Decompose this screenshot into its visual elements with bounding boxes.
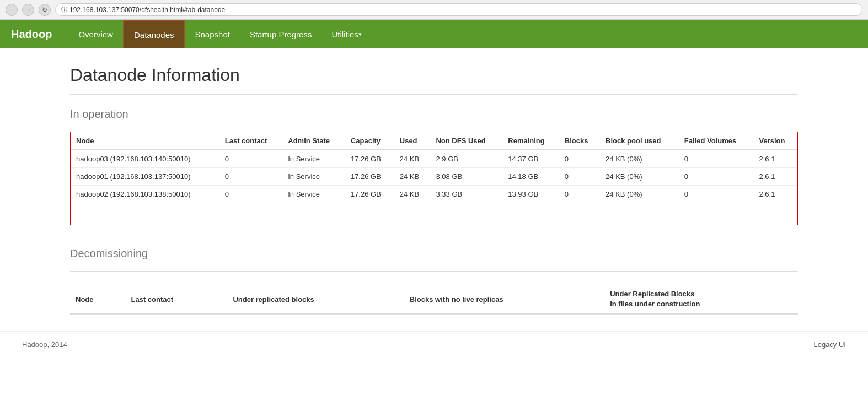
decomm-header: Node Last contact Under replicated block… [70, 285, 798, 314]
nav-snapshot[interactable]: Snapshot [185, 20, 240, 48]
decomm-divider [70, 271, 798, 272]
col-last-contact: Last contact [219, 132, 283, 150]
table-row: hadoop02 (192.168.103.138:50010)0In Serv… [71, 186, 797, 203]
table-cell: 17.26 GB [345, 168, 394, 186]
table-cell: 2.6.1 [754, 150, 797, 168]
table-cell: 3.08 GB [430, 168, 502, 186]
decomm-col-no-live-replicas: Blocks with no live replicas [404, 285, 604, 314]
lock-icon: ⓘ [61, 6, 67, 14]
table-header: Node Last contact Admin State Capacity U… [71, 132, 797, 150]
col-blocks: Blocks [559, 132, 600, 150]
table-cell: 24 KB [394, 186, 431, 203]
in-operation-heading: In operation [70, 108, 798, 121]
in-operation-table: Node Last contact Admin State Capacity U… [71, 132, 797, 203]
col-used: Used [394, 132, 431, 150]
nav-overview[interactable]: Overview [68, 20, 123, 48]
table-cell: 0 [679, 186, 754, 203]
forward-button[interactable]: → [22, 4, 34, 16]
table-cell: 14.18 GB [502, 168, 559, 186]
legacy-ui-link[interactable]: Legacy UI [813, 340, 846, 349]
table-cell: 14.37 GB [502, 150, 559, 168]
decomissioning-heading: Decomissioning [70, 247, 798, 260]
decomm-table: Node Last contact Under replicated block… [70, 285, 798, 315]
table-cell: 0 [559, 168, 600, 186]
table-cell: 2.9 GB [430, 150, 502, 168]
col-non-dfs-used: Non DFS Used [430, 132, 502, 150]
decomm-col-last-contact: Last contact [126, 285, 228, 314]
col-node: Node [71, 132, 219, 150]
table-cell: 0 [679, 150, 754, 168]
table-cell: 17.26 GB [345, 150, 394, 168]
page-title: Datanode Information [70, 65, 798, 85]
col-capacity: Capacity [345, 132, 394, 150]
table-cell: 3.33 GB [430, 186, 502, 203]
col-version: Version [754, 132, 797, 150]
table-cell: 17.26 GB [345, 186, 394, 203]
table-cell: 24 KB [394, 150, 431, 168]
table-cell: 24 KB (0%) [600, 186, 679, 203]
table-cell: 0 [559, 186, 600, 203]
navbar-brand[interactable]: Hadoop [11, 20, 63, 48]
table-cell: 0 [219, 150, 283, 168]
table-row: hadoop01 (192.168.103.137:50010)0In Serv… [71, 168, 797, 186]
nav-datanodes[interactable]: Datanodes [123, 20, 185, 48]
decomm-col-under-replicated-construction: Under Replicated BlocksIn files under co… [604, 285, 798, 314]
table-cell: In Service [282, 168, 345, 186]
col-failed-volumes: Failed Volumes [679, 132, 754, 150]
table-cell: hadoop02 (192.168.103.138:50010) [71, 186, 219, 203]
col-block-pool-used: Block pool used [600, 132, 679, 150]
table-row: hadoop03 (192.168.103.140:50010)0In Serv… [71, 150, 797, 168]
table-cell: 24 KB (0%) [600, 150, 679, 168]
page-footer: Hadoop, 2014. Legacy UI [0, 331, 868, 357]
title-divider [70, 94, 798, 95]
back-button[interactable]: ← [6, 4, 18, 16]
table-cell: 13.93 GB [502, 186, 559, 203]
page-content: Datanode Information In operation Node L… [48, 48, 820, 331]
table-cell: 0 [219, 168, 283, 186]
table-cell: In Service [282, 150, 345, 168]
table-cell: hadoop03 (192.168.103.140:50010) [71, 150, 219, 168]
in-operation-table-wrapper: Node Last contact Admin State Capacity U… [70, 132, 798, 225]
navbar: Hadoop Overview Datanodes Snapshot Start… [0, 20, 868, 48]
table-cell: 0 [559, 150, 600, 168]
decomm-col-under-replicated: Under replicated blocks [227, 285, 404, 314]
nav-startup-progress[interactable]: Startup Progress [240, 20, 322, 48]
browser-chrome: ← → ↻ ⓘ 192.168.103.137:50070/dfshealth.… [0, 0, 868, 20]
col-remaining: Remaining [502, 132, 559, 150]
table-cell: hadoop01 (192.168.103.137:50010) [71, 168, 219, 186]
table-cell: 24 KB (0%) [600, 168, 679, 186]
table-cell: 2.6.1 [754, 168, 797, 186]
table-body: hadoop03 (192.168.103.140:50010)0In Serv… [71, 150, 797, 203]
footer-copyright: Hadoop, 2014. [22, 340, 69, 349]
decomm-col-node: Node [70, 285, 126, 314]
table-cell: In Service [282, 186, 345, 203]
table-cell: 0 [219, 186, 283, 203]
table-cell: 24 KB [394, 168, 431, 186]
table-cell: 0 [679, 168, 754, 186]
nav-utilities[interactable]: Utilities [322, 20, 371, 48]
address-bar[interactable]: ⓘ 192.168.103.137:50070/dfshealth.html#t… [55, 3, 862, 16]
col-admin-state: Admin State [282, 132, 345, 150]
url-text: 192.168.103.137:50070/dfshealth.html#tab… [69, 6, 225, 14]
refresh-button[interactable]: ↻ [39, 4, 51, 16]
table-cell: 2.6.1 [754, 186, 797, 203]
